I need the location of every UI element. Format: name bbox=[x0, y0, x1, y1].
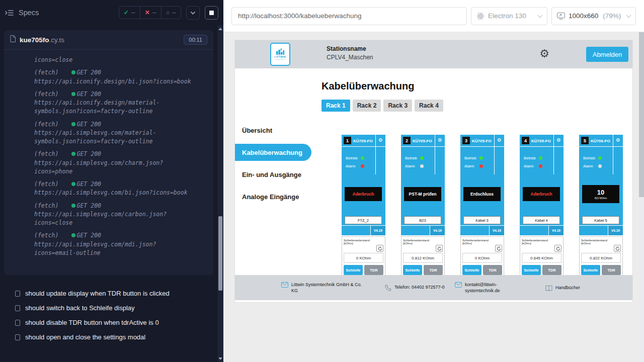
refresh-icon[interactable] bbox=[436, 245, 443, 252]
cable-name: Kabel 4 bbox=[523, 216, 560, 224]
status-dot-icon bbox=[71, 233, 75, 237]
tdr-button[interactable]: TDR bbox=[424, 265, 443, 275]
sidebar-item-kabelueberwachung[interactable]: Kabelüberwachung bbox=[235, 144, 311, 161]
scrollbar-thumb[interactable] bbox=[218, 216, 222, 291]
tdr-button[interactable]: TDR bbox=[602, 265, 621, 275]
reporter-scrollbar[interactable] bbox=[217, 25, 223, 362]
browser-scrollbar[interactable] bbox=[639, 32, 644, 362]
test-title: should disable TDR button when tdrActive… bbox=[25, 319, 159, 326]
clock-icon: ○ bbox=[166, 9, 170, 16]
network-log-entry[interactable]: (fetch)GET200 https://api.iconify.design… bbox=[34, 68, 196, 86]
test-item[interactable]: should disable TDR button when tdrActive… bbox=[7, 315, 210, 330]
measurement-panel: Schleifenwiderstand [kOhm] 0 KOhm Schlei… bbox=[342, 236, 385, 277]
alarm-led-row: Alarm bbox=[583, 164, 602, 168]
url-input[interactable] bbox=[231, 7, 467, 25]
tdr-button[interactable]: TDR bbox=[364, 265, 383, 275]
log-url-continuation[interactable]: icons=close bbox=[34, 56, 196, 64]
iso-unit-label: ISO MOhm bbox=[594, 197, 607, 200]
failed-count: -- bbox=[152, 9, 156, 16]
email-address[interactable]: kontakt@littwin-systemtechnik.de bbox=[465, 282, 505, 294]
stat-failed: ✕ -- bbox=[140, 7, 161, 19]
tab-rack-4[interactable]: Rack 4 bbox=[415, 100, 443, 112]
mail-icon bbox=[281, 282, 288, 288]
app-body: Übersicht Kabelüberwachung Ein- und Ausg… bbox=[235, 68, 632, 302]
sidebar-item-ein-und-ausgaenge[interactable]: Ein- und Ausgänge bbox=[235, 166, 311, 183]
device-settings-icon[interactable]: ⚙ bbox=[438, 137, 442, 143]
device-settings-icon[interactable]: ⚙ bbox=[497, 137, 502, 143]
refresh-icon[interactable] bbox=[554, 245, 561, 252]
footer-manuals[interactable]: Handbücher bbox=[545, 285, 580, 291]
specs-menu-icon[interactable] bbox=[5, 10, 14, 16]
network-log-entry[interactable]: (fetch)GET200 https://api.simplesvg.com/… bbox=[34, 180, 196, 198]
chevron-down-icon bbox=[626, 13, 631, 18]
tab-rack-1[interactable]: Rack 1 bbox=[321, 100, 350, 112]
aut-viewport: LITTWIN SYSTEMTECHNIK Stationsname CPLV4… bbox=[223, 32, 644, 362]
test-item[interactable]: should update display when TDR button is… bbox=[7, 286, 210, 301]
scroll-down-arrow-icon[interactable] bbox=[217, 355, 223, 362]
test-item[interactable]: should open and close the settings modal bbox=[7, 330, 210, 344]
tab-rack-3[interactable]: Rack 3 bbox=[383, 100, 412, 112]
network-log-entry[interactable]: (fetch)GET200 https://api.simplesvg.com/… bbox=[34, 202, 196, 228]
logo-subtext: SYSTEMTECHNIK bbox=[275, 59, 285, 60]
schleife-button[interactable]: Schleife bbox=[522, 265, 541, 275]
page-title: Kabelüberwachung bbox=[321, 80, 632, 92]
preferences-chevron-button[interactable] bbox=[186, 6, 200, 20]
betrieb-led bbox=[361, 156, 364, 160]
page: Specs ✓ -- ✕ -- ○ -- bbox=[0, 0, 644, 362]
network-log-entry[interactable]: (fetch)GET200 https://api.simplesvg.com/… bbox=[34, 231, 196, 257]
app-main: Kabelüberwachung Rack 1 Rack 2 Rack 3 Ra… bbox=[311, 68, 632, 302]
zoom-level: (79%) bbox=[603, 12, 621, 20]
logout-button[interactable]: Abmelden bbox=[586, 47, 628, 62]
network-log-entry[interactable]: (fetch)GET200 https://api.simplesvg.com/… bbox=[34, 120, 196, 146]
schleife-button[interactable]: Schleife bbox=[344, 265, 363, 275]
schleife-button[interactable]: Schleife bbox=[462, 265, 481, 275]
stat-pending: ○ -- bbox=[161, 7, 181, 19]
refresh-icon[interactable] bbox=[376, 245, 383, 252]
status-dot-icon bbox=[71, 182, 75, 186]
sidebar-item-uebersicht[interactable]: Übersicht bbox=[235, 122, 311, 139]
status-dot-icon bbox=[71, 122, 75, 126]
log-event-type: (fetch) bbox=[34, 232, 58, 239]
specs-label[interactable]: Specs bbox=[19, 9, 39, 17]
device-settings-icon[interactable]: ⚙ bbox=[616, 137, 620, 143]
tdr-button[interactable]: TDR bbox=[542, 265, 561, 275]
tdr-button[interactable]: TDR bbox=[483, 265, 502, 275]
test-item[interactable]: should switch back to Schleife display bbox=[7, 301, 210, 315]
manuals-link[interactable]: Handbücher bbox=[555, 285, 580, 291]
mode-buttons: Schleife TDR bbox=[522, 265, 561, 275]
device-settings-icon[interactable]: ⚙ bbox=[378, 137, 383, 143]
passed-count: -- bbox=[131, 9, 135, 16]
device-card-2: 2 KÜ705-FO ⚙ Betrieb Alarm PST-M prüfen … bbox=[401, 135, 445, 277]
viewport-size-select[interactable]: 1000x660 (79%) bbox=[551, 7, 636, 25]
x-icon: ✕ bbox=[145, 9, 150, 16]
settings-gear-icon[interactable]: ⚙ bbox=[539, 48, 549, 60]
company-name: Littwin Systemtechnik GmbH & Co. KG bbox=[291, 282, 367, 294]
device-model-label: KÜ706-FO bbox=[591, 139, 610, 143]
phone-number[interactable]: Telefon: 04402 972577-0 bbox=[394, 284, 445, 290]
chevron-down-icon bbox=[538, 13, 543, 18]
schleife-button[interactable]: Schleife bbox=[581, 265, 600, 275]
tab-rack-2[interactable]: Rack 2 bbox=[353, 100, 381, 112]
cable-name: FTZ_2 bbox=[345, 216, 382, 224]
refresh-icon[interactable] bbox=[495, 245, 502, 252]
scrollbar-track[interactable] bbox=[217, 32, 223, 355]
spec-log-panel: kue705fo.cy.ts 00:11 icons=close (fetch)… bbox=[4, 30, 213, 275]
log-event-type: (fetch) bbox=[34, 90, 58, 98]
browser-scrollbar-thumb[interactable] bbox=[639, 32, 644, 197]
network-log-entry[interactable]: (fetch)GET200 https://api.iconify.design… bbox=[34, 90, 196, 116]
betrieb-led-row: Betrieb bbox=[464, 156, 483, 160]
spec-name[interactable]: kue705fo.cy.ts bbox=[20, 36, 64, 44]
device-status-display: Erdschluss bbox=[463, 187, 501, 201]
stop-button[interactable] bbox=[205, 6, 218, 20]
log-url: https://api.iconify.design/material-symb… bbox=[34, 99, 196, 116]
scroll-up-arrow-icon[interactable] bbox=[217, 25, 223, 32]
footer-email: kontakt@littwin-systemtechnik.de bbox=[455, 282, 505, 294]
browser-select[interactable]: Electron 130 bbox=[471, 7, 547, 25]
refresh-icon[interactable] bbox=[614, 245, 621, 252]
device-settings-icon[interactable]: ⚙ bbox=[556, 137, 561, 143]
schleife-button[interactable]: Schleife bbox=[403, 265, 422, 275]
resistance-value: 0 KOhm bbox=[462, 253, 502, 263]
betrieb-led-row: Betrieb bbox=[524, 156, 542, 160]
sidebar-item-analoge-eingaenge[interactable]: Analoge Eingänge bbox=[235, 188, 311, 205]
network-log-entry[interactable]: (fetch)GET200 https://api.simplesvg.com/… bbox=[34, 150, 196, 176]
